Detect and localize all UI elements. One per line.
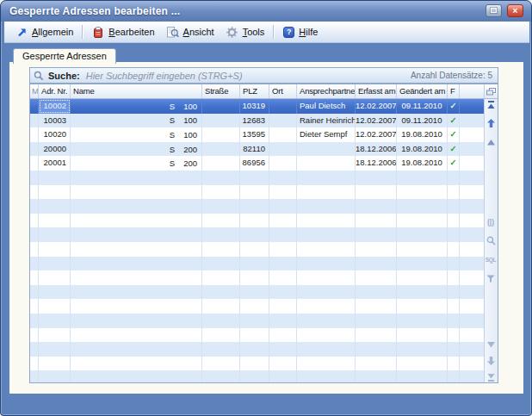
- header-cell-geaendert-am[interactable]: Geändert am: [397, 84, 448, 98]
- cell-filler: [460, 299, 484, 314]
- cell-strasse: [202, 370, 240, 382]
- header-cell-plz[interactable]: PLZ: [240, 84, 269, 98]
- tab-gesperrte-adressen[interactable]: Gesperrte Adressen: [13, 48, 116, 64]
- cell-ansprechpartner: [297, 270, 356, 285]
- menu-item-label: Bearbeiten: [108, 27, 154, 37]
- cell-m: [30, 270, 39, 285]
- header-cell-ort[interactable]: Ort: [269, 84, 297, 98]
- cell-m: [30, 370, 39, 382]
- gear-icon: [226, 27, 238, 38]
- cell-adr-nr: [39, 285, 71, 300]
- cell-geaendert-am: 19.08.2010: [397, 142, 448, 157]
- search-input[interactable]: Hier Suchbegriff eingeben (STRG+S): [86, 71, 411, 81]
- cell-erfasst-am: [356, 185, 397, 200]
- cell-name: [71, 227, 202, 242]
- optimal-width-button[interactable]: (|): [485, 216, 497, 227]
- menu-item-label: Tools: [243, 27, 265, 37]
- row-down-button[interactable]: [485, 338, 497, 349]
- table-row[interactable]: 10020S10013595Dieter Sempf12.02.200719.0…: [30, 127, 484, 142]
- cell-ansprechpartner: [297, 227, 356, 242]
- cell-f: [448, 370, 460, 382]
- menu-bar: AllgemeinBearbeitenAnsichtTools?Hilfe: [4, 22, 529, 43]
- header-cell-adr-nr[interactable]: Adr. Nr.: [39, 84, 71, 98]
- page-up-button[interactable]: [485, 117, 497, 128]
- arrow-up-right-icon: [15, 27, 28, 38]
- cell-ansprechpartner: [297, 342, 356, 357]
- name-number: 100: [183, 130, 197, 140]
- header-cell-ansprechpartner[interactable]: Ansprechpartner: [297, 84, 356, 98]
- menu-item-bearbeiten[interactable]: Bearbeiten: [86, 25, 160, 40]
- maximize-button[interactable]: [486, 4, 502, 17]
- cell-filler: [460, 171, 484, 185]
- title-bar[interactable]: Gesperrte Adressen bearbeiten ... ×: [1, 1, 531, 22]
- cell-erfasst-am: [356, 257, 397, 271]
- scroll-top-button[interactable]: [485, 99, 497, 110]
- cell-strasse: [202, 185, 240, 200]
- cell-filler: [460, 357, 484, 371]
- header-cell-strasse[interactable]: Straße: [202, 84, 240, 98]
- cell-f: [448, 270, 460, 285]
- table-empty-row: [30, 342, 484, 357]
- row-up-button[interactable]: [485, 135, 497, 146]
- cell-ort: [269, 342, 297, 357]
- sql-filter-button[interactable]: SQL: [485, 254, 497, 265]
- scroll-bottom-button[interactable]: [485, 371, 497, 382]
- table-row[interactable]: 10003S10012683Rainer Heinrich12.02.20070…: [30, 114, 484, 128]
- cell-plz: 86956: [240, 156, 269, 171]
- table-search-button[interactable]: [485, 235, 497, 246]
- cell-name: [71, 285, 202, 300]
- cell-ansprechpartner: [297, 370, 356, 382]
- application-window: Gesperrte Adressen bearbeiten ... × Allg…: [0, 0, 532, 416]
- cell-erfasst-am: 12.02.2007: [356, 99, 397, 114]
- cell-plz: [240, 314, 269, 328]
- cell-ansprechpartner: [297, 142, 356, 157]
- header-cell-name[interactable]: Name: [71, 84, 202, 98]
- menu-item-allgemein[interactable]: Allgemein: [9, 25, 79, 40]
- cell-m: [30, 357, 39, 371]
- page-down-button[interactable]: [485, 355, 497, 366]
- menu-item-hilfe[interactable]: ?Hilfe: [277, 25, 324, 40]
- record-count-label: Anzahl Datensätze:: [411, 71, 486, 80]
- table-row[interactable]: 10002S10010319Paul Dietsch12.02.200709.1…: [30, 99, 484, 114]
- header-cell-filler: [460, 84, 484, 98]
- name-code: S: [170, 158, 175, 168]
- menu-item-ansicht[interactable]: Ansicht: [161, 25, 220, 40]
- cell-adr-nr: [39, 171, 71, 185]
- close-button[interactable]: ×: [507, 4, 523, 17]
- cell-erfasst-am: [356, 357, 397, 371]
- table-empty-row: [30, 214, 484, 228]
- cell-filler: [460, 214, 484, 228]
- cell-ansprechpartner: [297, 357, 356, 371]
- cell-strasse: [202, 142, 240, 157]
- cell-erfasst-am: [356, 171, 397, 185]
- cell-filler: [460, 370, 484, 382]
- cell-ansprechpartner: Dieter Sempf: [297, 127, 356, 142]
- cell-erfasst-am: [356, 370, 397, 382]
- cell-strasse: [202, 314, 240, 328]
- cell-plz: [240, 171, 269, 185]
- table-row[interactable]: 20000S2008211018.12.200619.08.2010✓: [30, 142, 484, 157]
- cell-erfasst-am: [356, 199, 397, 214]
- cell-geaendert-am: [397, 185, 448, 200]
- cell-adr-nr: [39, 199, 71, 214]
- menu-item-tools[interactable]: Tools: [220, 25, 271, 40]
- filter-button[interactable]: [485, 272, 497, 283]
- cell-ansprechpartner: [297, 257, 356, 271]
- name-number: 200: [183, 158, 197, 168]
- cell-strasse: [202, 285, 240, 300]
- header-cell-f[interactable]: F: [448, 84, 460, 98]
- cell-ort: [269, 328, 297, 343]
- cell-geaendert-am: 09.11.2010: [397, 114, 448, 128]
- cell-name: [71, 299, 202, 314]
- cell-strasse: [202, 171, 240, 185]
- table-row[interactable]: 20001S2008695618.12.200619.08.2010✓: [30, 156, 484, 171]
- cell-adr-nr: [39, 257, 71, 271]
- cell-strasse: [202, 214, 240, 228]
- header-cell-m[interactable]: M: [30, 84, 39, 98]
- cell-ansprechpartner: Rainer Heinrich: [297, 114, 356, 128]
- cell-erfasst-am: 12.02.2007: [356, 114, 397, 128]
- table-empty-row: [30, 199, 484, 214]
- cell-m: [30, 156, 39, 171]
- header-cell-erfasst-am[interactable]: Erfasst am: [356, 84, 397, 98]
- cell-geaendert-am: 09.11.2010: [397, 99, 448, 114]
